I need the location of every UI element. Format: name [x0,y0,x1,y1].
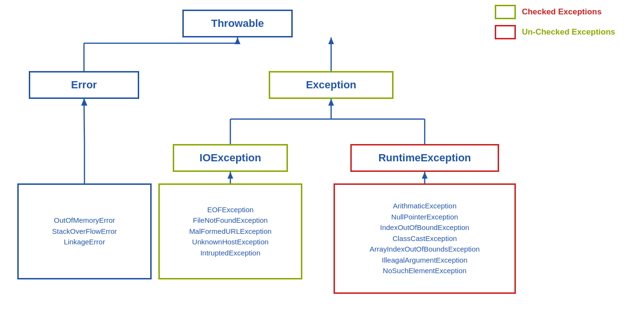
svg-marker-17 [227,172,233,179]
legend-checked-label: Checked Exceptions [522,7,601,17]
error-children-box: OutOfMemoryErrorStackOverFlowErrorLinkag… [17,183,152,279]
exception-label: Exception [306,79,356,91]
error-node: Error [29,71,139,99]
legend-unchecked: Un-Checked Exceptions [495,25,615,39]
svg-marker-3 [235,37,240,44]
diagram-container: Throwable Error Exception IOException Ru… [0,0,644,314]
error-label: Error [71,79,97,91]
legend-unchecked-label: Un-Checked Exceptions [522,27,615,37]
runtimeexception-label: RuntimeException [378,152,471,164]
throwable-node: Throwable [182,10,293,37]
svg-marker-13 [82,99,87,106]
runtime-children-box: ArithmaticExceptionNullPointerExceptionI… [334,183,516,294]
exception-node: Exception [269,71,394,99]
ioexception-node: IOException [173,144,288,172]
svg-marker-15 [81,99,87,106]
legend-unchecked-box [495,25,516,39]
error-children-text: OutOfMemoryErrorStackOverFlowErrorLinkag… [52,215,117,248]
runtime-children-text: ArithmaticExceptionNullPointerExceptionI… [370,201,479,277]
legend-checked: Checked Exceptions [495,5,615,19]
ioexception-children-box: EOFExceptionFileNotFoundExceptionMalForm… [158,183,302,279]
ioexception-label: IOException [200,152,261,164]
throwable-label: Throwable [211,17,264,30]
legend: Checked Exceptions Un-Checked Exceptions [495,5,615,39]
legend-checked-box [495,5,516,19]
svg-marker-5 [328,37,334,44]
svg-marker-9 [328,99,334,106]
ioexception-children-text: EOFExceptionFileNotFoundExceptionMalForm… [189,205,272,259]
svg-line-14 [84,99,84,144]
runtimeexception-node: RuntimeException [350,144,499,172]
svg-marker-19 [422,172,428,179]
